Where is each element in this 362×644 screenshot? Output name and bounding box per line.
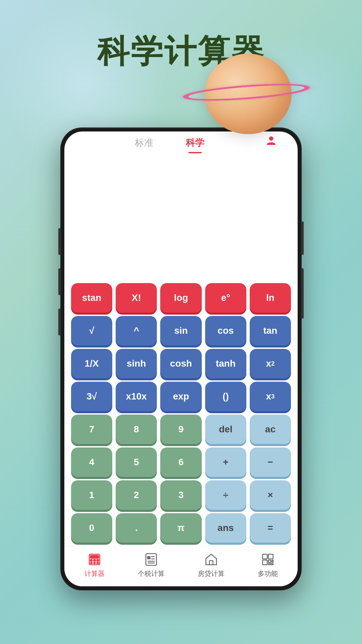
key-4[interactable]: 4: [71, 447, 112, 477]
key-8[interactable]: 8: [116, 415, 157, 444]
key-sqrt[interactable]: √: [71, 316, 112, 345]
nav-mortgage[interactable]: 房贷计算: [198, 552, 225, 578]
grid-icon: [259, 552, 277, 567]
key-9[interactable]: 9: [160, 415, 201, 444]
key-cosh[interactable]: cosh: [160, 349, 201, 378]
key-row-1: stan X! log e° ln: [71, 283, 291, 313]
key-tanh[interactable]: tanh: [205, 349, 246, 378]
key-exp[interactable]: exp: [160, 382, 201, 411]
phone-screen: 标准 科学 stan X! log e° ln: [64, 131, 298, 586]
house-icon: [202, 552, 220, 567]
key-ln[interactable]: ln: [250, 283, 291, 313]
nav-mortgage-label: 房贷计算: [198, 569, 225, 578]
svg-rect-15: [209, 561, 213, 565]
key-x10x[interactable]: x10x: [116, 382, 157, 411]
nav-calculator-label: 计算器: [84, 569, 105, 578]
key-x-squared[interactable]: x2: [250, 349, 291, 378]
svg-rect-16: [262, 554, 267, 559]
svg-rect-8: [97, 562, 99, 564]
display-area: [64, 154, 298, 280]
key-row-2: √ ^ sin cos tan: [71, 316, 291, 345]
key-power[interactable]: ^: [116, 316, 157, 345]
key-equals[interactable]: =: [250, 513, 291, 543]
key-e-deg[interactable]: e°: [205, 283, 246, 313]
nav-calculator[interactable]: 计算器: [84, 552, 105, 578]
key-6[interactable]: 6: [160, 447, 201, 477]
nav-multifunction-label: 多功能: [258, 569, 278, 578]
nav-tax-label: 个税计算: [138, 569, 165, 578]
key-row-5: 7 8 9 del ac: [71, 415, 291, 444]
svg-rect-2: [90, 555, 99, 558]
key-parens[interactable]: (): [205, 382, 246, 411]
key-2[interactable]: 2: [116, 480, 157, 510]
key-1[interactable]: 1: [71, 480, 112, 510]
key-x-cubed[interactable]: x3: [250, 382, 291, 411]
key-sinh[interactable]: sinh: [116, 349, 157, 378]
key-reciprocal[interactable]: 1/X: [71, 349, 112, 378]
key-del[interactable]: del: [205, 415, 246, 444]
svg-rect-17: [268, 554, 273, 559]
key-row-6: 4 5 6 + −: [71, 447, 291, 477]
svg-rect-3: [90, 559, 92, 561]
calculator-icon: [86, 552, 103, 567]
key-cbrt[interactable]: 3√: [71, 382, 112, 411]
svg-rect-18: [262, 560, 267, 565]
svg-rect-19: [268, 560, 270, 562]
key-minus[interactable]: −: [250, 447, 291, 477]
nav-tax[interactable]: 个税计算: [138, 552, 165, 578]
key-row-8: 0 . π ans =: [71, 513, 291, 543]
svg-rect-5: [97, 559, 99, 561]
key-pi[interactable]: π: [160, 513, 201, 543]
key-3[interactable]: 3: [160, 480, 201, 510]
key-stan[interactable]: stan: [71, 283, 112, 313]
key-sin[interactable]: sin: [160, 316, 201, 345]
svg-rect-6: [90, 562, 92, 564]
key-0[interactable]: 0: [71, 513, 112, 543]
key-tan[interactable]: tan: [250, 316, 291, 345]
svg-rect-10: [147, 556, 150, 559]
key-factorial[interactable]: X!: [116, 283, 157, 313]
key-log[interactable]: log: [160, 283, 201, 313]
planet-decoration: [188, 44, 315, 151]
svg-rect-9: [146, 554, 157, 566]
svg-rect-7: [94, 562, 95, 564]
key-7[interactable]: 7: [71, 415, 112, 444]
svg-rect-4: [94, 559, 95, 561]
key-dot[interactable]: .: [116, 513, 157, 543]
tax-icon: [142, 552, 160, 567]
svg-rect-20: [272, 560, 273, 562]
key-row-3: 1/X sinh cosh tanh x2: [71, 349, 291, 378]
key-cos[interactable]: cos: [205, 316, 246, 345]
svg-rect-21: [268, 564, 273, 565]
phone-frame: 标准 科学 stan X! log e° ln: [60, 127, 302, 590]
key-row-7: 1 2 3 ÷ ×: [71, 480, 291, 510]
key-5[interactable]: 5: [116, 447, 157, 477]
key-ans[interactable]: ans: [205, 513, 246, 543]
key-multiply[interactable]: ×: [250, 480, 291, 510]
key-row-4: 3√ x10x exp () x3: [71, 382, 291, 411]
key-ac[interactable]: ac: [250, 415, 291, 444]
tab-standard[interactable]: 标准: [132, 135, 156, 151]
keypad: stan X! log e° ln √ ^ sin cos tan 1/X si…: [64, 280, 298, 546]
nav-multifunction[interactable]: 多功能: [258, 552, 278, 578]
bottom-nav: 计算器 个税计算: [64, 546, 298, 586]
key-divide[interactable]: ÷: [205, 480, 246, 510]
key-plus[interactable]: +: [205, 447, 246, 477]
